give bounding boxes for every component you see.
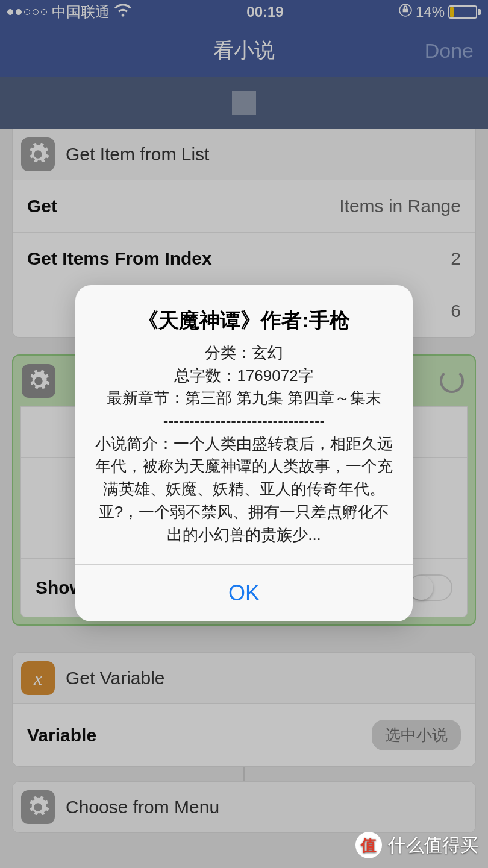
alert-title: 《天魔神谭》作者:手枪 — [92, 307, 396, 335]
watermark-text: 什么值得买 — [388, 833, 478, 858]
alert-ok-button[interactable]: OK — [75, 564, 413, 621]
watermark: 值 什么值得买 — [355, 832, 478, 858]
alert-message: 分类：玄幻 总字数：1769072字 最新章节：第三部 第九集 第四章～集末 -… — [92, 342, 396, 546]
alert-dialog: 《天魔神谭》作者:手枪 分类：玄幻 总字数：1769072字 最新章节：第三部 … — [75, 285, 413, 621]
watermark-badge-icon: 值 — [355, 832, 382, 858]
